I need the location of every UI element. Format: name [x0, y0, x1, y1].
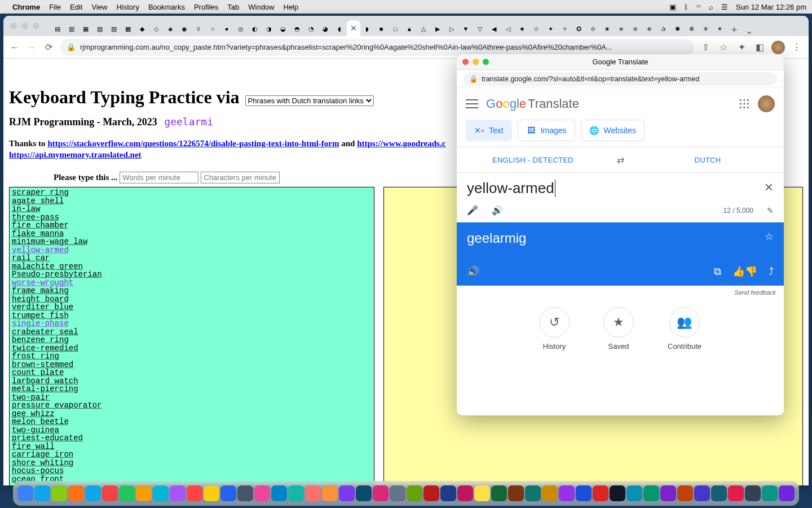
dock-app[interactable] — [305, 485, 321, 501]
dock-app[interactable] — [170, 485, 186, 501]
browser-tab[interactable]: ○ — [206, 21, 219, 36]
dock-app[interactable] — [187, 485, 202, 501]
menu-edit[interactable]: Edit — [70, 3, 82, 11]
dock-app[interactable] — [271, 485, 287, 501]
dock-app[interactable] — [643, 485, 659, 501]
wpm-input[interactable] — [120, 172, 198, 183]
browser-tab[interactable]: ◖ — [333, 21, 346, 36]
reload-icon[interactable]: ⟳ — [43, 42, 54, 53]
gt-input-area[interactable]: yellow-armed ✕ — [457, 173, 784, 200]
browser-tab[interactable]: ✲ — [685, 21, 698, 36]
dock-app[interactable] — [423, 485, 439, 501]
back-icon[interactable]: ← — [9, 42, 20, 53]
browser-tab[interactable]: ✮ — [628, 21, 642, 36]
browser-tab[interactable]: ▩ — [121, 21, 135, 36]
browser-tab[interactable]: ✰ — [656, 21, 670, 36]
browser-tab[interactable]: ▽ — [473, 21, 487, 36]
dock-app[interactable] — [728, 485, 744, 501]
browser-tab[interactable]: ✧ — [558, 21, 571, 36]
dock-app[interactable] — [288, 485, 304, 501]
browser-tab[interactable]: ▦ — [79, 21, 92, 36]
browser-tab[interactable]: ◑ — [262, 21, 276, 36]
browser-tab[interactable]: ◓ — [290, 21, 304, 36]
browser-tab[interactable]: ◇ — [149, 21, 163, 36]
browser-tab[interactable]: ☆ — [529, 21, 543, 36]
mode-websites[interactable]: 🌐Websites — [581, 120, 645, 141]
bluetooth-icon[interactable]: ᛒ — [684, 3, 689, 11]
chrome-tabstrip[interactable]: ▤▥▦▧▨▩◆◇◈◉◊○●◎◐◑◒◓◔◕◖✕◗■□▲△▶▷▼▽◀◁★☆✦✧✪✫✬… — [46, 16, 761, 36]
send-feedback[interactable]: Send feedback — [457, 286, 784, 299]
browser-tab[interactable]: ▧ — [93, 21, 107, 36]
dock-app[interactable] — [542, 485, 558, 501]
dock-app[interactable] — [440, 485, 456, 501]
dock-app[interactable] — [525, 485, 541, 501]
zoom-dot[interactable] — [33, 23, 39, 29]
dock-app[interactable] — [711, 485, 727, 501]
browser-tab[interactable]: ● — [220, 21, 233, 36]
browser-tab[interactable]: ■ — [374, 21, 388, 36]
browser-tab[interactable]: ✫ — [586, 21, 599, 36]
browser-tab[interactable]: ▲ — [403, 21, 416, 36]
browser-tab[interactable]: ✬ — [600, 21, 614, 36]
browser-tab[interactable]: ◔ — [304, 21, 318, 36]
menu-tab[interactable]: Tab — [227, 3, 239, 11]
close-dot[interactable] — [10, 23, 17, 29]
kebab-icon[interactable]: ⋮ — [791, 41, 803, 54]
dock-app[interactable] — [102, 485, 118, 501]
dock-app[interactable] — [51, 485, 67, 501]
gt-titlebar[interactable]: Google Translate — [457, 54, 784, 70]
browser-tab[interactable]: ▼ — [459, 21, 473, 36]
dock-app[interactable] — [153, 485, 169, 501]
thanks-link-mymemory[interactable]: https://api.mymemory.translated.net — [9, 150, 142, 159]
search-icon[interactable]: ⌕ — [709, 3, 713, 11]
output-speaker-icon[interactable]: 🔊 — [467, 265, 479, 278]
browser-tab[interactable]: ✦ — [544, 21, 557, 36]
dock-app[interactable] — [745, 485, 761, 501]
saved-button[interactable]: ★Saved — [603, 307, 634, 351]
dock-app[interactable] — [373, 485, 389, 501]
dock-app[interactable] — [559, 485, 575, 501]
dock-app[interactable] — [237, 485, 253, 501]
dock-app[interactable] — [85, 485, 101, 501]
browser-tab[interactable]: ▤ — [51, 21, 64, 36]
dock-app[interactable] — [356, 485, 372, 501]
browser-tab[interactable]: ◊ — [192, 21, 205, 36]
copy-icon[interactable]: ⧉ — [714, 266, 721, 278]
browser-tab[interactable]: ◗ — [360, 21, 374, 36]
address-bar[interactable]: 🔒 rjmprogramming.com.au/no_copy_paste.ht… — [60, 39, 694, 56]
mic-icon[interactable]: 🎤 — [467, 205, 478, 216]
browser-tab[interactable]: ◕ — [319, 21, 332, 36]
thanks-link-goodreads[interactable]: https://www.goodreads.c — [357, 139, 445, 148]
contribute-button[interactable]: 👥Contribute — [668, 307, 701, 351]
dock-app[interactable] — [593, 485, 608, 501]
dock-app[interactable] — [136, 485, 152, 501]
mode-text[interactable]: ✕AText — [466, 120, 512, 141]
dock-app[interactable] — [660, 485, 676, 501]
browser-tab[interactable]: △ — [417, 21, 430, 36]
dock-app[interactable] — [457, 485, 473, 501]
menu-profiles[interactable]: Profiles — [194, 3, 218, 11]
menu-view[interactable]: View — [91, 3, 107, 11]
menu-window[interactable]: Window — [248, 3, 274, 11]
dock-app[interactable] — [339, 485, 355, 501]
gt-min-dot[interactable] — [473, 59, 479, 65]
profile-avatar[interactable] — [771, 41, 785, 54]
macos-dock[interactable] — [13, 481, 799, 506]
gt-address-bar[interactable]: 🔒 translate.google.com/?sl=auto&tl=nl&op… — [464, 72, 777, 86]
swap-icon[interactable]: ⇄ — [609, 155, 632, 165]
src-language[interactable]: ENGLISH - DETECTED — [457, 156, 609, 164]
phrases-box[interactable]: scraper ringagate shellin-lawthree-passf… — [9, 187, 374, 485]
clear-icon[interactable]: ✕ — [764, 181, 774, 194]
dock-app[interactable] — [779, 485, 795, 501]
dock-app[interactable] — [17, 485, 33, 501]
forward-icon[interactable]: → — [26, 42, 37, 53]
menu-history[interactable]: History — [116, 3, 139, 11]
speaker-icon[interactable]: 🔊 — [492, 205, 503, 216]
browser-tab[interactable]: ✭ — [614, 21, 628, 36]
browser-tab[interactable]: ▥ — [65, 21, 78, 36]
battery-icon[interactable]: ▣ — [669, 3, 676, 11]
browser-tab[interactable]: ◎ — [234, 21, 248, 36]
menu-file[interactable]: File — [49, 3, 61, 11]
share-icon[interactable]: ⤴ — [769, 266, 774, 278]
menu-bookmarks[interactable]: Bookmarks — [148, 3, 185, 11]
